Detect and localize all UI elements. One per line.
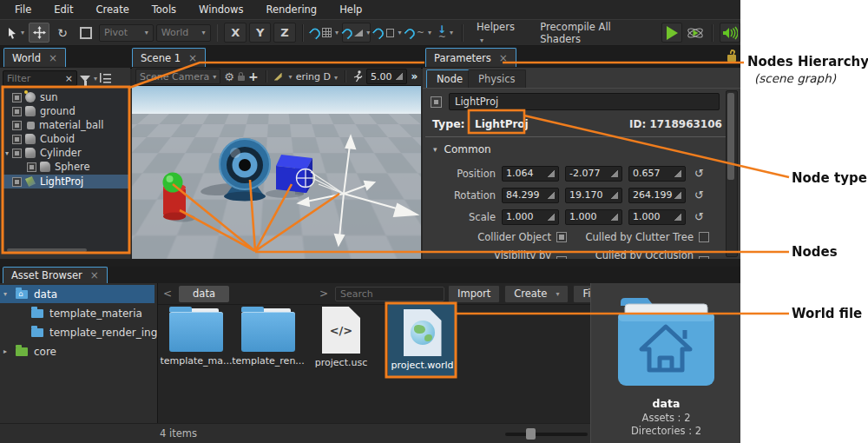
drag-corner-icon[interactable] [396,73,403,80]
expander-icon[interactable]: ▾ [0,290,10,298]
import-button[interactable]: Import [448,285,500,303]
search-input[interactable] [335,287,444,301]
culled-clutter-tree-checkbox[interactable] [699,232,709,242]
node-enabled-checkbox[interactable] [12,93,22,102]
scale-tool-button[interactable] [76,23,96,43]
move-tool-button[interactable] [29,23,49,43]
drop-to-ground-button[interactable]: ↓~▾ [435,23,456,43]
asset-tile-project-usc[interactable]: </> project.usc [306,307,376,368]
snap-grid-button[interactable]: ▾ [310,23,339,43]
viewport-3d-scene[interactable] [132,85,421,260]
tree-item-cylinder[interactable]: ▾Cylinder [2,146,128,160]
helpers-dropdown[interactable]: Helpers ▾ [470,21,530,45]
space-dropdown[interactable]: World▾ [156,24,211,42]
rotate-tool-button[interactable]: ↻ [52,23,73,43]
camera-dropdown[interactable]: Scene Camera▾ [135,69,220,84]
back-icon[interactable]: < [163,288,172,300]
menu-help[interactable]: Help [328,0,373,19]
node-enabled-checkbox[interactable] [27,162,36,172]
hierarchy-view-icon[interactable] [100,73,111,83]
rotation-x-field[interactable]: 84.299 [502,188,559,203]
folder-item-core[interactable]: ▸core [0,342,155,360]
unlock-icon[interactable] [727,55,736,62]
close-icon[interactable]: × [90,269,99,281]
tab-scene-1[interactable]: Scene 1× [132,48,206,67]
asset-tile-template-ma[interactable]: template_ma... [161,308,231,367]
rotation-z-field[interactable]: 264.199 [628,188,686,203]
drag-corner-icon[interactable] [674,170,681,177]
gear-icon[interactable]: ⚙ [224,70,234,83]
breadcrumb[interactable]: data [179,286,229,302]
tree-item-sun[interactable]: sun [2,90,128,104]
node-enabled-checkbox[interactable] [12,121,22,130]
folder-item-template-render-ings[interactable]: template_render_ings [0,323,155,341]
paint-brush-icon[interactable] [274,73,282,81]
node-enabled-checkbox[interactable] [12,107,22,116]
scale-x-field[interactable]: 1.000 [502,209,559,225]
snap-angle-button[interactable]: ▾ [342,23,371,43]
tree-item-ground[interactable]: ground [2,104,128,118]
chevron-down-icon[interactable]: ▾ [366,29,370,36]
forward-icon[interactable]: > [319,288,328,300]
asset-tile-project-world[interactable]: project.world [388,304,457,376]
reset-rotation-button[interactable]: ↺ [692,188,707,202]
create-button[interactable]: Create▾ [504,285,569,303]
camera-speed-field[interactable]: 5.00 [366,69,408,84]
folder-item-data[interactable]: ▾⌂data [0,285,155,303]
drag-corner-icon[interactable] [548,170,555,177]
drag-corner-icon[interactable] [548,214,555,221]
node-enabled-checkbox[interactable] [12,149,22,158]
tab-node[interactable]: Node [426,69,473,88]
play-button[interactable] [661,23,682,43]
chevron-down-icon[interactable]: ▾ [289,73,293,81]
lock-icon[interactable] [238,76,245,81]
axis-x-button[interactable]: X [224,23,246,43]
tree-item-lightproj[interactable]: LightProj [2,175,128,188]
common-section-header[interactable]: ▾ Common [433,143,491,155]
physics-simulation-button[interactable] [685,23,706,43]
vertical-scrollbar[interactable] [726,90,738,257]
filter-input[interactable]: Filter× [3,70,77,86]
drag-corner-icon[interactable] [548,192,555,199]
chevron-down-icon[interactable]: ▾ [398,29,401,36]
collider-object-checkbox[interactable] [556,232,567,242]
menu-edit[interactable]: Edit [43,0,84,19]
axis-z-button[interactable]: Z [273,23,295,43]
close-icon[interactable]: × [499,52,508,64]
close-icon[interactable]: × [49,52,57,64]
menu-create[interactable]: Create [85,0,141,19]
tab-asset-browser[interactable]: Asset Browser× [3,267,108,283]
drag-corner-icon[interactable] [674,214,681,221]
axis-y-button[interactable]: Y [249,23,271,43]
drag-corner-icon[interactable] [611,192,618,199]
panel-splitter[interactable] [0,259,740,267]
precompile-shaders-button[interactable]: Precompile All Shaders [533,21,659,45]
drag-corner-icon[interactable] [611,214,618,221]
folder-item-template-materia[interactable]: template_materia [0,304,155,322]
slider-handle[interactable] [526,428,536,440]
node-name-input[interactable] [449,93,720,110]
node-enabled-checkbox[interactable] [12,177,22,187]
position-x-field[interactable]: 1.064 [502,166,559,182]
scale-y-field[interactable]: 1.000 [565,209,622,225]
select-tool-dropdown-icon[interactable]: ▾ [21,29,24,36]
scale-z-field[interactable]: 1.000 [628,209,686,225]
drag-corner-icon[interactable] [674,192,681,199]
tree-item-cuboid[interactable]: Cuboid [2,132,128,146]
chevron-down-icon[interactable]: ▾ [450,29,453,36]
tree-item-sphere[interactable]: Sphere [2,160,143,174]
tab-world[interactable]: World× [3,48,66,67]
rotation-y-field[interactable]: 19.170 [565,188,622,203]
horizontal-scrollbar[interactable] [7,248,87,252]
reset-scale-button[interactable]: ↺ [692,209,707,224]
menu-rendering[interactable]: Rendering [254,0,328,19]
toolbar-overflow-icon[interactable]: » [411,70,418,83]
sound-button[interactable] [720,23,740,43]
drag-corner-icon[interactable] [611,170,618,177]
menu-tools[interactable]: Tools [141,0,187,19]
menu-file[interactable]: File [3,0,43,19]
expander-icon[interactable]: ▸ [0,347,10,355]
reset-position-button[interactable]: ↺ [692,166,707,181]
snap-surface-button[interactable]: ~▾ [404,23,432,43]
asset-tile-template-ren[interactable]: template_ren... [233,308,303,367]
